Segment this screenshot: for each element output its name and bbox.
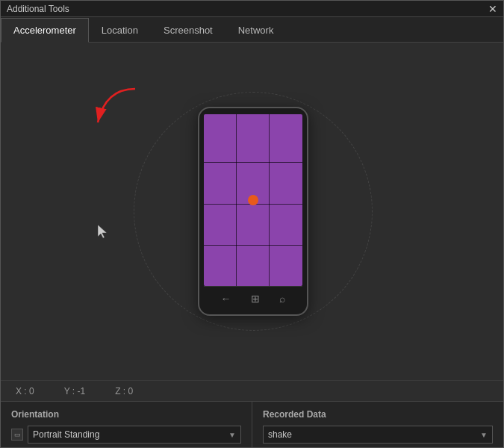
recorded-data-select-row: shake ▼ xyxy=(263,426,493,444)
title-bar-text: Additional Tools xyxy=(7,4,69,14)
accelerometer-dot[interactable] xyxy=(248,195,258,205)
recorded-data-panel: Recorded Data shake ▼ Play xyxy=(252,402,503,448)
y-value: Y : -1 xyxy=(64,386,85,396)
tab-bar: Accelerometer Location Screenshot Networ… xyxy=(1,17,503,43)
orientation-panel: Orientation ▭ Portrait Standing ▼ Reset xyxy=(1,402,252,448)
main-area[interactable]: ← ⊞ ⌕ xyxy=(1,43,504,380)
grid-v2 xyxy=(269,114,270,286)
tab-screenshot[interactable]: Screenshot xyxy=(151,17,225,42)
recorded-data-title: Recorded Data xyxy=(263,409,493,420)
orientation-icon: ▭ xyxy=(11,429,23,441)
x-value: X : 0 xyxy=(16,386,34,396)
phone-search-button: ⌕ xyxy=(279,293,285,305)
z-value: Z : 0 xyxy=(115,386,133,396)
svg-marker-1 xyxy=(98,225,107,238)
xyz-bar: X : 0 Y : -1 Z : 0 xyxy=(1,380,503,401)
orientation-select-row: ▭ Portrait Standing ▼ xyxy=(11,426,241,444)
grid-v1 xyxy=(236,114,237,286)
recorded-data-select[interactable]: shake ▼ xyxy=(263,426,493,444)
recorded-data-select-arrow: ▼ xyxy=(480,431,488,439)
tab-accelerometer[interactable]: Accelerometer xyxy=(1,18,89,43)
phone-screen xyxy=(204,114,302,286)
red-arrow-indicator xyxy=(83,81,143,136)
grid-h3 xyxy=(204,245,302,246)
orientation-title: Orientation xyxy=(11,409,241,420)
tab-location[interactable]: Location xyxy=(89,17,151,42)
phone-device[interactable]: ← ⊞ ⌕ xyxy=(198,107,308,316)
phone-back-button: ← xyxy=(221,293,231,305)
phone-screen-bg xyxy=(204,114,302,286)
orientation-select[interactable]: Portrait Standing ▼ xyxy=(28,426,241,444)
tab-network[interactable]: Network xyxy=(225,17,287,42)
grid-h1 xyxy=(204,162,302,163)
title-bar: Additional Tools ✕ xyxy=(1,1,503,17)
mouse-cursor xyxy=(98,225,110,242)
bottom-panels: Orientation ▭ Portrait Standing ▼ Reset … xyxy=(1,401,503,448)
phone-home-button: ⊞ xyxy=(251,293,260,305)
orientation-select-arrow: ▼ xyxy=(228,431,236,439)
phone-nav-bar: ← ⊞ ⌕ xyxy=(204,286,302,310)
close-button[interactable]: ✕ xyxy=(488,4,497,14)
phone-frame: ← ⊞ ⌕ xyxy=(198,107,308,316)
